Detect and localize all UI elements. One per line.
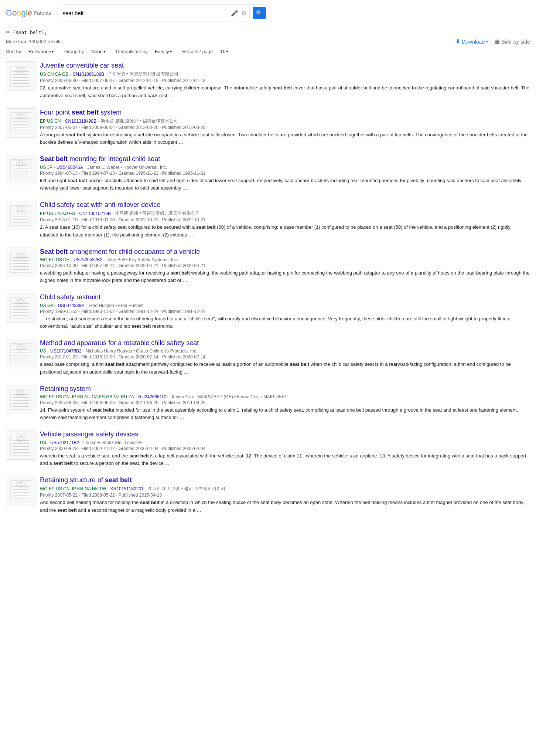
result-patent-link[interactable]: RU2426661C2 (138, 394, 167, 399)
download-icon: ⬇ (455, 38, 460, 45)
result-item: Child safety restraintUS GA·US5074588A·F… (6, 293, 530, 330)
svg-rect-9 (9, 111, 33, 135)
result-meta-row: US JP·US5468046A·James L. Weber • Hoover… (40, 165, 530, 170)
result-authors: Fred Huspen • Fred Huspen (88, 303, 144, 308)
result-dates: Priority 2006-10-30 · Filed 2007-03-14 ·… (40, 263, 530, 268)
result-thumbnail (6, 155, 35, 184)
result-patent-link[interactable]: US5702171B2 (50, 440, 79, 445)
result-thumbnail (6, 61, 35, 91)
result-title-link[interactable]: Retaining system (40, 385, 530, 393)
result-authors: 斯蒂芬·威廉·路哈那 • 福特全球技术公司 (101, 118, 178, 124)
svg-rect-27 (9, 204, 33, 228)
result-sep2: · (98, 119, 99, 124)
result-title-link[interactable]: Four point seat belt system (40, 108, 530, 117)
group-by-value: None (91, 49, 103, 54)
filter-dot-3: · (87, 49, 88, 54)
result-title-link[interactable]: Child safety restraint (40, 293, 530, 302)
result-patent-link[interactable]: CN101096189B (73, 72, 104, 77)
header: Google Patents seat belt 🎤 ⚙ 🔍 (0, 0, 536, 26)
result-dates: Priority 2017-01-23 · Filed 2018-11-09 ·… (40, 354, 530, 360)
result-patent-link[interactable]: US5468046A (57, 165, 83, 170)
result-meta-row: US GA·US5074588A·Fred Huspen • Fred Husp… (40, 303, 530, 308)
result-patent-link[interactable]: US7520532B2 (74, 257, 102, 262)
result-item: Method and apparatus for a rotatable chi… (6, 339, 530, 376)
result-snippet: a seat base comprising; a first seat bel… (40, 361, 530, 375)
result-thumbnail (6, 248, 35, 277)
logo[interactable]: Google Patents (6, 8, 51, 18)
result-item: Vehicle passenger safety devicesUS·US570… (6, 430, 530, 467)
result-sep2: · (169, 394, 170, 399)
mic-icon[interactable]: 🎤 (231, 10, 238, 17)
result-title-link[interactable]: Vehicle passenger safety devices (40, 430, 530, 439)
result-authors: タカヒロ カワタ • 콤비 가부시키가이샤 (148, 486, 225, 492)
result-snippet: And second belt holding means for holdin… (40, 499, 530, 514)
result-meta-row: WO EP US CN JP KR AU CA ES GB NZ RU ZA·R… (40, 394, 530, 399)
result-thumbnail (6, 430, 35, 460)
result-sep: · (48, 440, 49, 445)
result-title-link[interactable]: Seat belt arrangement for child occupant… (40, 248, 530, 256)
sort-by-dropdown[interactable]: Relevance ▾ (28, 49, 54, 54)
download-button[interactable]: ⬇ Download ▾ (455, 38, 488, 45)
deduplicate-value: Family (155, 49, 169, 54)
result-countries: WO EP US CN JP KR GA HK TW (40, 486, 106, 491)
filter-dot-5: · (151, 49, 152, 54)
result-content: Juvenile convertible car seatUS CN CA GB… (40, 61, 530, 99)
result-thumbnail (6, 339, 35, 368)
result-patent-link[interactable]: US10710478B2 (50, 348, 82, 354)
result-sep: · (136, 394, 137, 399)
result-sep2: · (104, 257, 105, 262)
filter-dot-2: · (58, 49, 60, 54)
filter-bar: Sort by · Relevance ▾ · Group by · None … (0, 47, 536, 58)
result-title-link[interactable]: Retaining structure of seat belt (40, 476, 530, 484)
result-patent-link[interactable]: CN101318498B (65, 119, 96, 124)
result-sep: · (54, 165, 55, 170)
result-countries: US (40, 440, 46, 445)
result-content: Child safety restraintUS GA·US5074588A·F… (40, 293, 530, 330)
toolbar-row: More than 100,000 results ⬇ Download ▾ ▦… (0, 37, 536, 47)
result-patent-link[interactable]: US5074588A (58, 303, 84, 308)
result-meta-row: US·US5702171B2·Louise F. Stoll • Stoll L… (40, 440, 530, 445)
result-title-link[interactable]: Juvenile convertible car seat (40, 61, 530, 70)
settings-icon[interactable]: ⚙ (241, 10, 246, 17)
result-item: Child safety seat with anti-rollover dev… (6, 201, 530, 239)
result-dates: Priority 1990-11-02 · Filed 1990-11-02 ·… (40, 309, 530, 314)
result-content: Retaining structure of seat beltWO EP US… (40, 476, 530, 514)
search-button[interactable]: 🔍 (253, 7, 266, 19)
result-meta-row: US CN CA GB·CN101096189B·P·K·米克 • 米克研究和开… (40, 71, 530, 77)
result-content: Seat belt arrangement for child occupant… (40, 248, 530, 285)
result-sep: · (62, 119, 63, 124)
search-input[interactable]: seat belt (63, 10, 228, 16)
group-by-dropdown[interactable]: None ▾ (91, 49, 106, 54)
result-countries: US GA (40, 303, 54, 308)
result-thumbnail (6, 293, 35, 323)
result-title-link[interactable]: Seat belt mounting for integral child se… (40, 155, 530, 163)
result-snippet: A four-point seat belt system for restra… (40, 131, 530, 146)
result-sep: · (107, 486, 109, 491)
filter-dot-6: · (177, 49, 178, 54)
result-title-link[interactable]: Method and apparatus for a rotatable chi… (40, 339, 530, 347)
result-authors: John Bell • Key Safety Systems, Inc. (107, 257, 178, 262)
side-by-side-button[interactable]: ▦ Side-by-side (494, 38, 530, 45)
result-snippet: left and right seat belt anchor brackets… (40, 177, 530, 192)
result-meta-row: WO EP US DE·US7520532B2·John Bell • Key … (40, 257, 530, 262)
result-snippet: wherein the seat is a vehicle seat and t… (40, 452, 530, 467)
results-per-page-dropdown[interactable]: 10 ▾ (220, 49, 228, 54)
svg-rect-36 (9, 250, 33, 274)
result-sep2: · (83, 348, 84, 354)
result-meta-row: EP US CN·CN101318498B·斯蒂芬·威廉·路哈那 • 福特全球技… (40, 118, 530, 124)
result-title-link[interactable]: Child safety seat with anti-rollover dev… (40, 201, 530, 209)
result-sep2: · (145, 486, 146, 491)
deduplicate-arrow: ▾ (170, 49, 172, 54)
svg-rect-0 (9, 64, 33, 88)
result-authors: Nicholas Henry Reaves • Graco Children's… (86, 348, 197, 354)
result-patent-link[interactable]: KR10151180201 (110, 486, 144, 491)
pencil-icon[interactable]: ✏ (6, 29, 10, 35)
deduplicate-dropdown[interactable]: Family ▾ (155, 49, 172, 54)
filter-dot-1: · (24, 49, 25, 54)
result-countries: US (40, 348, 46, 354)
result-patent-link[interactable]: CN110015216B (79, 211, 111, 216)
query-bar: ✏ (seat belt); (0, 26, 536, 37)
result-authors: Louise F. Stoll • Stoll Louise F (83, 440, 141, 445)
filter-dot-4: · (110, 49, 112, 54)
result-countries: EP US CN AU ES (40, 211, 75, 216)
